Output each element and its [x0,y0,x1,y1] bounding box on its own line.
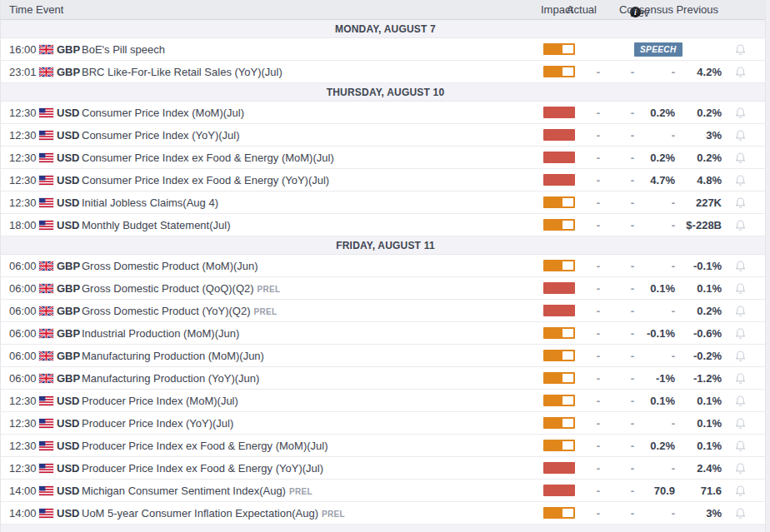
impact-cell [543,66,575,77]
event-name[interactable]: UoM 5-year Consumer Inflation Expectatio… [82,507,543,520]
alert-bell-icon[interactable] [722,304,758,318]
event-time: 14:00 [9,485,39,497]
event-row[interactable]: 06:00GBPGross Domestic Product (MoM)(Jun… [1,255,770,277]
event-name[interactable]: BoE's Pill speech [82,43,543,56]
alert-bell-icon[interactable] [722,218,758,232]
event-name[interactable]: Gross Domestic Product (YoY)(Q2)PREL [82,305,543,317]
event-row[interactable]: 12:30USDProducer Price Index (YoY)(Jul)-… [1,412,770,435]
currency-code: GBP [57,282,82,295]
event-row[interactable]: 06:00GBPGross Domestic Product (YoY)(Q2)… [1,300,770,322]
event-title: Producer Price Index (YoY)(Jul) [82,417,233,430]
actual-value: - [575,462,600,475]
event-row[interactable]: 14:00USDMichigan Consumer Sentiment Inde… [1,480,770,502]
alert-bell-icon[interactable] [722,281,758,296]
event-name[interactable]: BRC Like-For-Like Retail Sales (YoY)(Jul… [82,66,543,78]
event-name[interactable]: Industrial Production (MoM)(Jun) [82,327,543,340]
deviation-value: - [600,66,634,78]
event-name[interactable]: Consumer Price Index ex Food & Energy (Y… [82,174,543,186]
event-row[interactable]: 06:00GBPManufacturing Production (MoM)(J… [1,345,770,367]
table-header: Time Event Impact Actual Dev i Consensus… [1,0,770,20]
event-time: 23:01 [9,66,39,78]
event-row[interactable]: 12:30USDConsumer Price Index (MoM)(Jul)-… [1,102,770,124]
event-row[interactable]: 12:30USDConsumer Price Index ex Food & E… [1,147,770,169]
event-row[interactable]: 18:00USDMonthly Budget Statement(Jul)---… [1,214,770,236]
impact-cell [543,107,575,118]
event-name[interactable]: Michigan Consumer Sentiment Index(Aug)PR… [82,485,543,497]
event-row[interactable]: 12:30USDProducer Price Index ex Food & E… [1,457,770,480]
event-name[interactable]: Gross Domestic Product (QoQ)(Q2)PREL [82,282,543,295]
alert-bell-icon[interactable] [722,416,758,430]
alert-bell-icon[interactable] [722,196,758,210]
alert-bell-icon[interactable] [722,439,758,453]
alert-bell-icon[interactable] [722,506,758,520]
event-name[interactable]: Producer Price Index ex Food & Energy (Y… [82,462,543,475]
event-title: UoM 5-year Consumer Inflation Expectatio… [82,507,318,520]
actual-value: - [575,440,600,452]
alert-bell-icon[interactable] [722,461,758,475]
event-row[interactable]: 12:30USDConsumer Price Index ex Food & E… [1,169,770,191]
event-name[interactable]: Monthly Budget Statement(Jul) [82,219,543,231]
event-row[interactable]: 06:00GBPIndustrial Production (MoM)(Jun)… [1,322,770,345]
deviation-value: - [600,485,634,497]
previous-value: 0.2% [675,107,722,119]
alert-bell-icon[interactable] [722,259,758,273]
event-row[interactable]: 06:00GBPManufacturing Production (YoY)(J… [1,367,770,390]
alert-bell-icon[interactable] [722,173,758,187]
alert-bell-icon[interactable] [722,106,758,120]
event-row[interactable]: 12:30USDConsumer Price Index (YoY)(Jul)-… [1,124,770,147]
event-name[interactable]: Consumer Price Index ex Food & Energy (M… [82,152,543,164]
alert-bell-icon[interactable] [722,326,758,341]
alert-bell-icon[interactable] [722,394,758,408]
event-row[interactable]: 14:00USDUoM 5-year Consumer Inflation Ex… [1,502,770,525]
gb-flag-icon [39,67,57,77]
previous-value: 0.2% [675,305,722,317]
alert-bell-icon[interactable] [722,484,758,498]
economic-calendar: Time Event Impact Actual Dev i Consensus… [0,0,770,532]
currency-code: USD [57,507,82,520]
impact-cell [543,485,575,496]
impact-high-bar [543,485,575,496]
event-row[interactable]: 12:30USDInitial Jobless Claims(Aug 4)---… [1,191,770,214]
event-name[interactable]: Initial Jobless Claims(Aug 4) [82,196,543,209]
alert-bell-icon[interactable] [722,151,758,165]
us-flag-icon [39,419,57,428]
event-row[interactable]: 12:30USDProducer Price Index (MoM)(Jul)-… [1,390,770,412]
event-row[interactable]: 16:00GBPBoE's Pill speechSPEECH [1,38,770,61]
alert-bell-icon[interactable] [722,128,758,142]
event-title: BoE's Pill speech [82,43,165,56]
event-row[interactable]: 06:00GBPGross Domestic Product (QoQ)(Q2)… [1,277,770,300]
deviation-value: - [600,440,634,452]
currency-code: USD [57,395,82,407]
event-name[interactable]: Producer Price Index (MoM)(Jul) [82,395,543,407]
column-header-event: Event [36,3,63,16]
actual-value: - [575,305,600,317]
event-name[interactable]: Consumer Price Index (YoY)(Jul) [82,129,543,142]
event-row[interactable]: 23:01GBPBRC Like-For-Like Retail Sales (… [1,61,770,83]
alert-bell-icon[interactable] [722,371,758,385]
event-name[interactable]: Producer Price Index (YoY)(Jul) [82,417,543,430]
event-name[interactable]: Producer Price Index ex Food & Energy (M… [82,440,543,452]
event-name[interactable]: Manufacturing Production (YoY)(Jun) [82,372,543,385]
event-row[interactable]: 12:30USDProducer Price Index ex Food & E… [1,435,770,457]
deviation-value: - [600,350,634,362]
alert-bell-icon[interactable] [722,349,758,363]
event-title: Consumer Price Index ex Food & Energy (Y… [82,174,329,186]
actual-value: - [575,260,600,272]
event-time: 06:00 [9,350,39,362]
event-title: Consumer Price Index (MoM)(Jul) [82,107,244,119]
alert-bell-icon[interactable] [722,65,758,79]
event-name[interactable]: Manufacturing Production (MoM)(Jun) [82,350,543,362]
currency-code: GBP [57,372,82,385]
currency-code: USD [57,440,82,452]
vertical-scrollbar[interactable] [765,0,770,532]
currency-code: USD [57,129,82,142]
day-section-date: THURSDAY, AUGUST 10 [327,87,445,98]
impact-cell [543,372,575,384]
event-name[interactable]: Consumer Price Index (MoM)(Jul) [82,107,543,119]
deviation-value: - [600,282,634,295]
alert-bell-icon[interactable] [722,42,758,57]
deviation-value: - [600,372,634,385]
event-name[interactable]: Gross Domestic Product (MoM)(Jun) [82,260,543,272]
event-time: 06:00 [9,260,39,272]
deviation-value: - [600,327,634,340]
